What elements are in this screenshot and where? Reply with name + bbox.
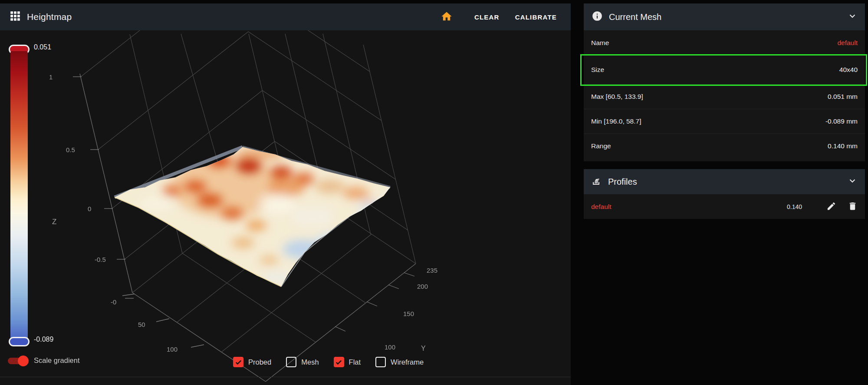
delete-profile-button[interactable]: [848, 201, 858, 212]
svg-text:-0.5: -0.5: [95, 256, 106, 263]
svg-text:-0: -0: [111, 298, 116, 306]
chevron-down-icon[interactable]: [848, 176, 857, 187]
svg-text:200: 200: [417, 283, 428, 290]
stack-icon: [592, 176, 602, 188]
heightmap-grid-icon: [10, 10, 21, 23]
edit-profile-button[interactable]: [826, 201, 836, 212]
svg-text:100: 100: [385, 343, 395, 351]
calibrate-button[interactable]: CALIBRATE: [507, 9, 565, 25]
svg-text:150: 150: [403, 310, 414, 317]
mesh-max-value: 0.051 mm: [828, 93, 858, 101]
colorbar-max-value: 0.051: [34, 43, 51, 51]
heightmap-toolbar: Heightmap CLEAR CALIBRATE: [0, 3, 571, 30]
mesh-range-row: Range 0.140 mm: [584, 134, 865, 158]
wireframe-checkbox-icon: [375, 357, 386, 367]
checkbox-mesh[interactable]: Mesh: [286, 357, 319, 367]
mesh-max-row: Max [60.5, 133.9] 0.051 mm: [584, 84, 865, 109]
svg-text:0: 0: [88, 205, 91, 212]
mesh-checkbox-icon: [286, 357, 296, 367]
svg-text:1: 1: [49, 73, 53, 81]
svg-text:100: 100: [167, 346, 178, 353]
profile-name: default: [591, 203, 612, 211]
current-mesh-header[interactable]: Current Mesh: [584, 3, 865, 30]
clear-button[interactable]: CLEAR: [467, 9, 507, 25]
svg-text:Y: Y: [421, 345, 426, 352]
heightmap-panel: Heightmap CLEAR CALIBRATE: [0, 3, 571, 385]
heightmap-3d-plot[interactable]: 1 0.5 0 -0.5 -0 Z 50 100 100 150 200 235…: [0, 30, 571, 385]
colorbar-min-value: -0.089: [34, 336, 53, 343]
checkbox-wireframe[interactable]: Wireframe: [375, 357, 424, 367]
colorbar-min-handle[interactable]: [9, 337, 30, 346]
checkbox-probed[interactable]: Probed: [233, 357, 271, 367]
checkbox-flat[interactable]: Flat: [334, 357, 361, 367]
probed-checkbox-icon: [233, 357, 243, 367]
display-options: Probed Mesh Flat Wireframe: [233, 357, 438, 367]
svg-text:Z: Z: [52, 218, 56, 226]
flat-checkbox-icon: [334, 357, 344, 367]
scale-gradient-label: Scale gradient: [34, 356, 80, 365]
scale-gradient-toggle[interactable]: [8, 357, 29, 365]
svg-text:0.5: 0.5: [66, 146, 75, 153]
mesh-range-value: 0.140 mm: [828, 142, 858, 150]
svg-text:50: 50: [138, 321, 145, 328]
colorbar-gradient: [10, 51, 28, 341]
heightmap-surface-chart: 1 0.5 0 -0.5 -0 Z 50 100 100 150 200 235…: [0, 30, 571, 385]
pencil-icon: [826, 201, 836, 212]
mesh-size-row: Size 40x40: [584, 55, 865, 84]
home-button[interactable]: [434, 7, 459, 27]
profiles-header[interactable]: Profiles: [584, 169, 865, 194]
svg-text:235: 235: [427, 267, 437, 274]
mesh-min-value: -0.089 mm: [825, 117, 858, 125]
profiles-card: Profiles default 0.140: [584, 169, 865, 219]
current-mesh-title: Current Mesh: [609, 12, 842, 22]
profile-range-value: 0.140: [787, 203, 802, 210]
mesh-size-value: 40x40: [839, 66, 858, 74]
home-icon: [441, 17, 453, 24]
info-icon: [592, 10, 603, 23]
chevron-down-icon[interactable]: [848, 11, 857, 23]
page-title: Heightmap: [27, 12, 72, 22]
mesh-name-value: default: [837, 39, 858, 47]
profiles-title: Profiles: [608, 177, 842, 187]
plot-bottom-divider: [0, 377, 571, 377]
trash-icon: [848, 201, 858, 212]
mesh-min-row: Min [196.0, 58.7] -0.089 mm: [584, 109, 865, 134]
profile-row-default[interactable]: default 0.140: [584, 194, 865, 219]
current-mesh-card: Current Mesh Name default Size 40x40 Max…: [584, 3, 865, 161]
mesh-name-row: Name default: [584, 30, 865, 55]
